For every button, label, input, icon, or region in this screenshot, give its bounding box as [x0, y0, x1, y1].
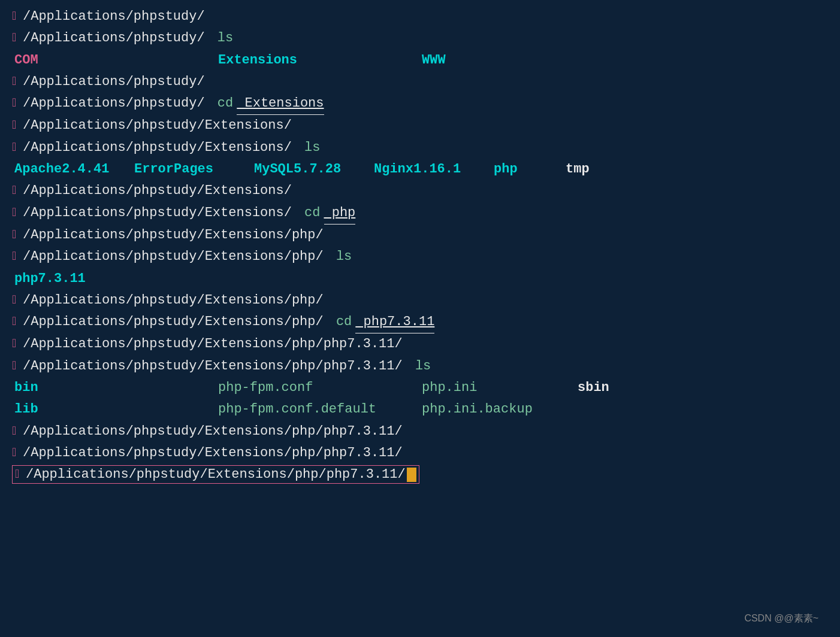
ls-item-phpfpmconf: php-fpm.conf [218, 377, 422, 399]
apple-icon-17:  [12, 356, 19, 376]
path-12: /Applications/phpstudy/Extensions/php/ [23, 246, 324, 268]
ls-output-18-row1: bin php-fpm.conf php.ini sbin [12, 377, 828, 399]
ls-item-nginx: Nginx1.16.1 [374, 159, 494, 180]
apple-icon-5:  [12, 93, 19, 113]
path-10: /Applications/phpstudy/Extensions/ [23, 202, 292, 224]
path-5: /Applications/phpstudy/ [23, 93, 205, 114]
cmd-5: cd [210, 93, 234, 114]
terminal-line-17:  /Applications/phpstudy/Extensions/php/… [12, 356, 828, 377]
cursor [407, 468, 416, 482]
ls-item-tmp: tmp [566, 159, 614, 180]
apple-icon-16:  [12, 334, 19, 354]
ls-item-mysql: MySQL5.7.28 [254, 159, 374, 180]
path-19: /Applications/phpstudy/Extensions/php/ph… [23, 421, 403, 442]
terminal-line-12:  /Applications/phpstudy/Extensions/php/… [12, 246, 828, 268]
terminal-line-19:  /Applications/phpstudy/Extensions/php/… [12, 421, 828, 442]
ls-item-php: php [494, 159, 566, 180]
apple-icon-11:  [12, 225, 19, 245]
cmd-15: cd [328, 311, 352, 333]
ls-item-phpini: php.ini [422, 377, 578, 399]
terminal-line-15:  /Applications/phpstudy/Extensions/php/… [12, 311, 828, 333]
cmd-10: cd [297, 202, 321, 224]
apple-icon-2:  [12, 28, 19, 48]
terminal-line-10:  /Applications/phpstudy/Extensions/ cd … [12, 202, 828, 225]
ls-item-apache: Apache2.4.41 [14, 159, 134, 180]
cmd-12: ls [328, 246, 352, 268]
apple-icon-9:  [12, 181, 19, 201]
arg-15: php7.3.11 [355, 311, 434, 333]
apple-icon-15:  [12, 312, 19, 332]
path-7: /Applications/phpstudy/Extensions/ [23, 137, 292, 159]
path-1: /Applications/phpstudy/ [23, 6, 205, 28]
path-14: /Applications/phpstudy/Extensions/php/ [23, 290, 324, 311]
ls-item-php7311: php7.3.11 [14, 268, 86, 290]
terminal-line-2:  /Applications/phpstudy/ ls [12, 28, 828, 49]
ls-item-sbin: sbin [578, 377, 609, 399]
arg-10: php [324, 202, 356, 225]
terminal-line-6:  /Applications/phpstudy/Extensions/ [12, 115, 828, 136]
ls-output-3: COM Extensions WWW [12, 50, 828, 71]
terminal-line-5:  /Applications/phpstudy/ cd Extensions [12, 93, 828, 115]
apple-icon-4:  [12, 72, 19, 92]
path-17: /Applications/phpstudy/Extensions/php/ph… [23, 356, 403, 377]
ls-output-8: Apache2.4.41 ErrorPages MySQL5.7.28 Ngin… [12, 159, 828, 180]
terminal:  /Applications/phpstudy/  /Application… [12, 6, 828, 631]
path-6: /Applications/phpstudy/Extensions/ [23, 115, 292, 136]
ls-output-13: php7.3.11 [12, 268, 828, 290]
apple-icon-20:  [12, 443, 19, 463]
apple-icon-last:  [15, 468, 22, 481]
terminal-line-20:  /Applications/phpstudy/Extensions/php/… [12, 442, 828, 464]
last-path: /Applications/phpstudy/Extensions/php/ph… [26, 467, 406, 482]
path-16: /Applications/phpstudy/Extensions/php/ph… [23, 333, 403, 355]
path-2: /Applications/phpstudy/ [23, 28, 205, 49]
terminal-line-11:  /Applications/phpstudy/Extensions/php/ [12, 225, 828, 246]
apple-icon-10:  [12, 203, 19, 223]
ls-item-com: COM [14, 50, 218, 71]
ls-output-18-row2: lib php-fpm.conf.default php.ini.backup [12, 399, 828, 420]
cmd-2: ls [210, 28, 234, 49]
ls-item-phpinibackup: php.ini.backup [422, 399, 533, 420]
arg-5: Extensions [237, 93, 324, 115]
terminal-last-line:  /Applications/phpstudy/Extensions/php/… [12, 465, 419, 484]
path-11: /Applications/phpstudy/Extensions/php/ [23, 225, 324, 246]
apple-icon-12:  [12, 247, 19, 266]
terminal-line-16:  /Applications/phpstudy/Extensions/php/… [12, 333, 828, 355]
terminal-line-1:  /Applications/phpstudy/ [12, 6, 828, 28]
ls-item-www: WWW [422, 50, 446, 71]
watermark: CSDN @@素素~ [744, 612, 818, 625]
apple-icon-19:  [12, 421, 19, 441]
apple-icon-14:  [12, 290, 19, 310]
apple-icon-6:  [12, 116, 19, 135]
apple-icon-1:  [12, 7, 19, 26]
ls-item-lib: lib [14, 399, 218, 420]
path-20: /Applications/phpstudy/Extensions/php/ph… [23, 442, 403, 464]
path-15: /Applications/phpstudy/Extensions/php/ [23, 311, 324, 333]
ls-item-extensions: Extensions [218, 50, 422, 71]
terminal-line-7:  /Applications/phpstudy/Extensions/ ls [12, 137, 828, 159]
cmd-7: ls [297, 137, 321, 159]
path-4: /Applications/phpstudy/ [23, 71, 205, 93]
apple-icon-7:  [12, 138, 19, 157]
terminal-line-9:  /Applications/phpstudy/Extensions/ [12, 180, 828, 202]
terminal-line-14:  /Applications/phpstudy/Extensions/php/ [12, 290, 828, 311]
path-9: /Applications/phpstudy/Extensions/ [23, 180, 292, 202]
cmd-17: ls [407, 356, 431, 377]
ls-item-phpfpmconfdefault: php-fpm.conf.default [218, 399, 422, 420]
terminal-line-4:  /Applications/phpstudy/ [12, 71, 828, 93]
ls-item-bin: bin [14, 377, 218, 399]
ls-item-errorpages: ErrorPages [134, 159, 254, 180]
